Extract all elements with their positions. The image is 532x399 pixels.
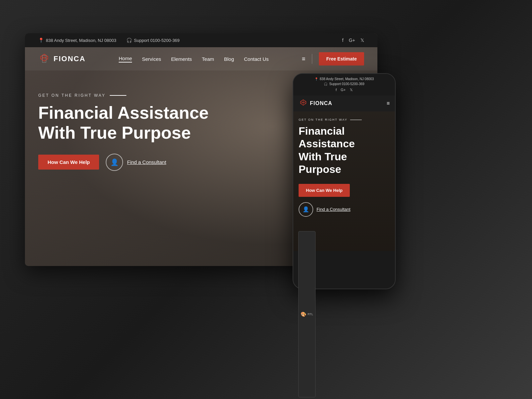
mobile-find-consultant-button[interactable]: 👤 Find a Consultant [299,202,390,217]
mobile-hero-title: Financial Assistance With True Purpose [299,125,390,176]
mobile-facebook-icon[interactable]: f [335,88,336,92]
nav-links: Home Services Elements Team Blog Contact… [119,56,269,63]
mobile-how-can-we-help-button[interactable]: How Can We Help [299,184,350,197]
mobile-consultant-icon-circle: 👤 [299,202,313,217]
mobile-support: 🎧 Support 0100-5200-369 [299,82,390,86]
topbar-social: f G+ 𝕏 [342,38,364,43]
mobile-find-consultant-label: Find a Consultant [317,207,350,212]
mobile-phone-icon: 🎧 [324,82,328,86]
hero-subtitle: GET ON THE RIGHT WAY [38,93,209,98]
how-can-we-help-button[interactable]: How Can We Help [38,155,99,170]
person-icon: 👤 [110,158,119,166]
mobile-person-icon: 👤 [303,206,309,212]
logo-icon [38,53,50,65]
topbar-left: 📍 838 Andy Street, Madison, NJ 08003 🎧 S… [38,38,180,43]
nav-right: ≡ Free Estimate [302,52,364,66]
mobile-topbar: 📍 838 Andy Street, Madison, NJ 08003 🎧 S… [293,74,395,95]
find-consultant-button[interactable]: 👤 Find a Consultant [106,154,166,171]
mobile-hero: GET ON THE RIGHT WAY Financial Assistanc… [293,111,395,251]
mobile-location-icon: 📍 [315,77,318,81]
mobile-logo: FIONCA [299,99,332,108]
nav-contact[interactable]: Contact Us [244,56,269,62]
logo-area: FIONCA [38,53,85,65]
mobile-twitter-icon[interactable]: 𝕏 [350,88,353,92]
nav-blog[interactable]: Blog [224,56,234,62]
mobile-logo-icon [299,99,308,108]
navbar-desktop: FIONCA Home Services Elements Team Blog … [25,47,377,70]
nav-services[interactable]: Services [142,56,161,62]
mobile-logo-text: FIONCA [310,100,332,106]
find-consultant-label: Find a Consultant [127,159,166,165]
twitter-icon[interactable]: 𝕏 [360,38,364,43]
facebook-icon[interactable]: f [342,38,343,43]
hero-buttons: How Can We Help 👤 Find a Consultant [38,154,209,171]
mobile-hamburger-icon[interactable]: ≡ [387,100,390,106]
palette-icon: 🎨 [301,312,306,317]
topbar-support: 🎧 Support 0100-5200-369 [126,38,180,43]
hero-title: Financial Assistance With True Purpose [38,103,209,143]
consultant-icon-circle: 👤 [106,154,123,171]
free-estimate-button[interactable]: Free Estimate [319,52,364,66]
nav-elements[interactable]: Elements [171,56,192,62]
location-icon: 📍 [38,38,44,43]
topbar-address: 📍 838 Andy Street, Madison, NJ 08003 [38,38,116,43]
topbar-desktop: 📍 838 Andy Street, Madison, NJ 08003 🎧 S… [25,33,377,47]
mobile-hero-subtitle: GET ON THE RIGHT WAY [299,118,390,121]
logo-text: FIONCA [54,55,85,63]
mobile-googleplus-icon[interactable]: G+ [341,88,346,92]
mobile-address: 📍 838 Andy Street, Madison, NJ 08003 [299,77,390,81]
nav-team[interactable]: Team [202,56,214,62]
hamburger-icon[interactable]: ≡ [302,56,306,63]
mobile-navbar: FIONCA ≡ [293,95,395,111]
headphone-icon: 🎧 [126,38,132,43]
nav-home[interactable]: Home [119,56,132,63]
rtl-label: RTL [308,313,313,316]
nav-divider [312,54,312,64]
rtl-badge: 🎨 RTL [298,231,316,397]
hero-content: GET ON THE RIGHT WAY Financial Assistanc… [38,93,209,171]
mobile-social: f G+ 𝕏 [299,88,390,92]
googleplus-icon[interactable]: G+ [349,38,355,43]
